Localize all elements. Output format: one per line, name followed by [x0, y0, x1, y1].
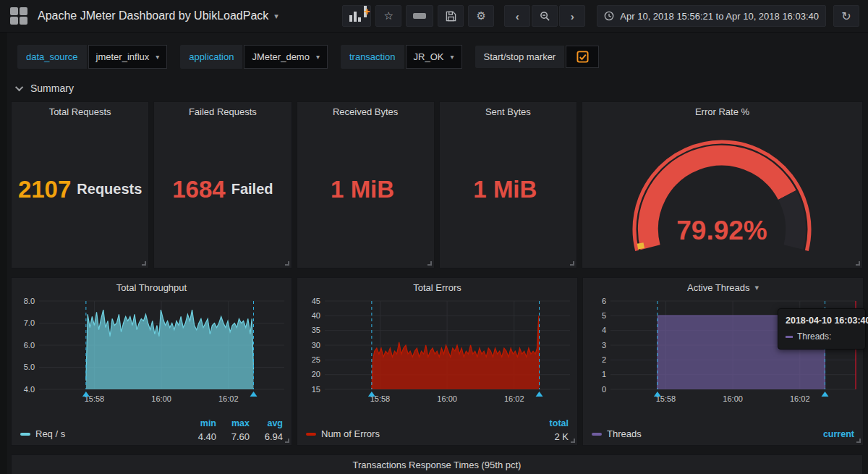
svg-text:16:00: 16:00 — [437, 394, 457, 403]
navbar: Apache JMeter Dashboard by UbikLoadPack … — [0, 0, 868, 33]
chevron-down-icon: ▾ — [754, 283, 759, 292]
svg-text:45: 45 — [312, 297, 320, 305]
legend-stat-value: 2 K — [535, 431, 569, 442]
variable-marker: Start/stop marker — [475, 46, 600, 68]
share-dashboard-button[interactable] — [406, 5, 433, 27]
sidebar-edge — [0, 33, 7, 474]
save-dashboard-button[interactable] — [438, 5, 464, 27]
chevron-down-icon: ▾ — [156, 53, 159, 61]
page-title: Apache JMeter Dashboard by UbikLoadPack — [38, 9, 268, 22]
time-range-picker[interactable]: Apr 10, 2018 15:56:21 to Apr 10, 2018 16… — [597, 5, 826, 27]
transaction-dropdown[interactable]: JR_OK ▾ — [406, 45, 462, 69]
stat-value: 2107 — [18, 176, 71, 203]
panel-resize-handle[interactable] — [570, 261, 574, 266]
panel-resize-handle[interactable] — [285, 261, 289, 266]
errors-legend: Num of Errorstotal2 K — [302, 411, 573, 445]
stat-value: 1 MiB — [331, 176, 394, 203]
panel-title[interactable]: Total Errors — [302, 278, 573, 294]
panel-resize-handle[interactable] — [856, 261, 860, 266]
stat-suffix: Failed — [231, 181, 273, 198]
panel-resize-handle[interactable] — [142, 261, 146, 266]
add-panel-button[interactable]: + — [342, 5, 371, 27]
legend-stat-header[interactable]: max — [216, 418, 250, 428]
svg-text:30: 30 — [312, 341, 320, 350]
panel-title[interactable]: Failed Requests — [154, 102, 291, 118]
dropdown-value: jmeter_influx — [96, 51, 150, 62]
panel-title[interactable]: Sent Bytes — [440, 102, 576, 118]
series-name: Num of Errors — [321, 428, 380, 439]
threads-chart-canvas[interactable]: 0 1 2 3 4 5 615:5816:0016:02 — [587, 295, 860, 411]
legend-stat-header[interactable]: avg — [250, 418, 283, 428]
dashboard-title-dropdown[interactable]: Apache JMeter Dashboard by UbikLoadPack … — [38, 9, 278, 22]
add-panel-icon: + — [349, 10, 364, 22]
panel-title[interactable]: Total Requests — [12, 102, 148, 118]
legend-stat-header[interactable]: current — [821, 429, 854, 439]
svg-text:0: 0 — [602, 385, 606, 394]
svg-text:15: 15 — [312, 385, 320, 394]
panel-title[interactable]: Received Bytes — [297, 102, 434, 118]
gauge-value: 79.92% — [676, 216, 767, 245]
stat-value: 1684 — [172, 176, 225, 203]
panel-sent-bytes: Sent Bytes 1 MiB — [439, 101, 577, 268]
chevron-down-icon: ▾ — [316, 53, 320, 61]
legend-stat-header[interactable]: min — [183, 418, 216, 428]
time-forward-button[interactable]: › — [559, 5, 585, 27]
errors-chart-canvas[interactable]: 15 20 25 30 35 40 4515:5816:0016:02 — [302, 295, 574, 411]
time-range-label: Apr 10, 2018 15:56:21 to Apr 10, 2018 16… — [620, 11, 819, 22]
panel-resize-handle[interactable] — [856, 439, 861, 443]
throughput-chart-canvas[interactable]: 4.0 5.0 6.0 7.0 8.015:5816:0016:02 — [16, 295, 289, 411]
panel-resize-handle[interactable] — [285, 439, 289, 443]
panel-resize-handle[interactable] — [571, 439, 575, 443]
clock-icon — [604, 11, 614, 21]
variable-data-source: data_source jmeter_influx ▾ — [17, 45, 167, 69]
start-stop-marker-checkbox[interactable] — [566, 46, 599, 68]
legend-stats: current — [821, 429, 854, 442]
svg-text:3: 3 — [602, 341, 606, 350]
dashboard-picker-icon[interactable] — [10, 7, 27, 25]
panel-title[interactable]: Transactions Response Times (95th pct) — [12, 455, 862, 471]
settings-button[interactable]: ⚙ — [468, 5, 494, 27]
legend-stat-value: 4.40 — [183, 431, 216, 442]
svg-text:4.0: 4.0 — [24, 385, 35, 394]
gear-icon: ⚙ — [477, 9, 486, 22]
legend-stat-header[interactable]: total — [535, 418, 569, 428]
svg-text:40: 40 — [312, 311, 320, 320]
panel-failed-requests: Failed Requests 1684 Failed — [153, 101, 292, 268]
chevron-down-icon — [15, 83, 23, 91]
threads-legend: Threadscurrent — [587, 411, 859, 445]
time-back-button[interactable]: ‹ — [504, 5, 530, 27]
star-dashboard-button[interactable]: ☆ — [375, 5, 401, 27]
refresh-button[interactable]: ↻ — [833, 5, 859, 27]
legend-series-toggle[interactable]: Req / s — [20, 428, 65, 439]
svg-text:5.0: 5.0 — [24, 363, 35, 371]
svg-text:20: 20 — [312, 370, 320, 378]
dropdown-value: JR_OK — [414, 51, 444, 62]
legend-series-toggle[interactable]: Threads — [592, 428, 642, 439]
error-rate-gauge: 79.92% — [582, 118, 862, 268]
variable-label: transaction — [341, 45, 404, 69]
star-icon: ☆ — [384, 9, 393, 22]
zoom-out-icon — [540, 11, 550, 22]
svg-text:4: 4 — [602, 326, 606, 334]
variable-label: Start/stop marker — [475, 46, 565, 68]
svg-text:16:02: 16:02 — [218, 394, 239, 403]
chevron-down-icon: ▾ — [450, 53, 454, 61]
legend-series-toggle[interactable]: Num of Errors — [306, 428, 380, 439]
svg-text:7.0: 7.0 — [24, 318, 35, 327]
series-name: Threads — [607, 428, 642, 439]
series-area — [86, 310, 254, 389]
svg-text:1: 1 — [602, 370, 606, 378]
panel-resize-handle[interactable] — [427, 261, 432, 266]
application-dropdown[interactable]: JMeter_demo ▾ — [244, 45, 328, 69]
panel-title[interactable]: Active Threads ▾ — [587, 278, 859, 294]
zoom-out-button[interactable] — [532, 5, 558, 27]
panel-title[interactable]: Total Throughput — [16, 278, 287, 294]
panel-error-rate: Error Rate % 79.92% — [582, 101, 863, 268]
share-icon — [413, 13, 426, 19]
row-toggle-summary[interactable]: Summary — [0, 78, 868, 101]
panel-title[interactable]: Error Rate % — [582, 102, 862, 118]
variable-label: application — [180, 45, 242, 69]
threshold-marker — [640, 243, 642, 249]
chevron-down-icon: ▾ — [274, 12, 278, 21]
data-source-dropdown[interactable]: jmeter_influx ▾ — [88, 45, 168, 69]
